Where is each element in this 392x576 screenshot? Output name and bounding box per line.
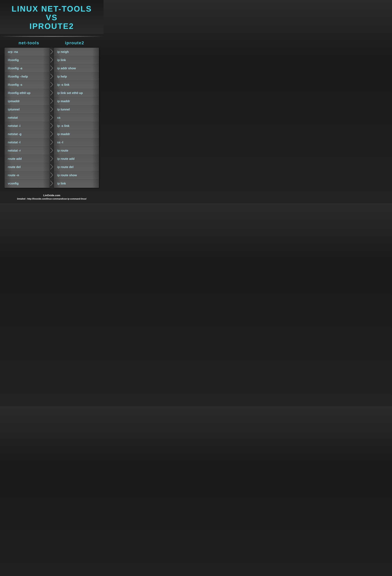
table-row: ip -s link	[54, 81, 99, 89]
table-row: ip -s link	[54, 122, 99, 130]
chevron-row	[50, 89, 54, 97]
left-column-header: net-tools	[8, 40, 50, 45]
table-row: ss	[54, 114, 99, 122]
right-column-header: iproute2	[54, 40, 95, 45]
footer-site: LinOxide.com	[3, 194, 101, 197]
table-row: ip help	[54, 73, 99, 81]
chevron-row	[50, 64, 54, 72]
header-section: LINUX NET-TOOLS VS IPROUTE2	[0, 0, 104, 34]
table-row: ip route	[54, 146, 99, 155]
chevron-row	[50, 163, 54, 171]
table-row: netstat -r	[5, 146, 50, 155]
column-headers: net-tools iproute2	[4, 40, 99, 45]
middle-divider	[50, 48, 54, 188]
table-row: route -n	[5, 171, 50, 179]
table-row: ip maddr	[54, 97, 99, 105]
table-row: ip maddr	[54, 130, 99, 138]
table-row: ip addr show	[54, 64, 99, 73]
chevron-row	[50, 72, 54, 81]
table-row: ip neigh	[54, 48, 99, 56]
table-row: netstat -i	[5, 122, 50, 130]
chevron-row	[50, 130, 54, 138]
table-row: netstat	[5, 114, 50, 122]
table-row: ifconfig	[5, 56, 50, 64]
table-row: ss -l	[54, 138, 99, 146]
chevron-row	[50, 97, 54, 105]
table-row: arp -na	[5, 48, 50, 56]
chevron-row	[50, 81, 54, 89]
table-row: netstat -g	[5, 130, 50, 138]
chevron-row	[50, 105, 54, 114]
table-row: ip route add	[54, 155, 99, 163]
footer: LinOxide.com Detailed : http://linoxide.…	[0, 191, 104, 203]
comparison-table: arp -naifconfigifconfig -aifconfig --hel…	[4, 48, 99, 188]
table-row: ip link set eth0 up	[54, 89, 99, 97]
table-row: ip tunnel	[54, 105, 99, 114]
right-column: ip neighip linkip addr showip helpip -s …	[54, 48, 99, 188]
chevron-row	[50, 138, 54, 146]
table-row: ifconfig -s	[5, 81, 50, 89]
table-row: route del	[5, 163, 50, 171]
table-row: ip route show	[54, 171, 99, 179]
chevron-row	[50, 146, 54, 155]
main-title: LINUX NET-TOOLS VS IPROUTE2	[3, 4, 101, 31]
table-row: ip link	[54, 179, 99, 188]
divider	[0, 36, 104, 37]
table-row: ip route del	[54, 163, 99, 171]
left-column: arp -naifconfigifconfig -aifconfig --hel…	[4, 48, 50, 188]
chevron-row	[50, 179, 54, 188]
table-row: ifconfig eth0 up	[5, 89, 50, 97]
chevron-row	[50, 48, 54, 56]
chevron-row	[50, 114, 54, 122]
table-row: netstat -l	[5, 138, 50, 146]
footer-url: Detailed : http://linoxide.com/linux-com…	[3, 198, 101, 200]
chevron-row	[50, 56, 54, 64]
chevron-row	[50, 122, 54, 130]
table-row: ip link	[54, 56, 99, 64]
table-row: vconfig	[5, 179, 50, 188]
chevron-row	[50, 155, 54, 163]
table-row: ifconfig -a	[5, 64, 50, 73]
table-row: route add	[5, 155, 50, 163]
table-row: ipmaddr	[5, 97, 50, 105]
chevron-row	[50, 171, 54, 179]
table-row: iptunnel	[5, 105, 50, 114]
table-row: ifconfig --help	[5, 73, 50, 81]
content-area: net-tools iproute2 arp -naifconfigifconf…	[0, 39, 104, 191]
